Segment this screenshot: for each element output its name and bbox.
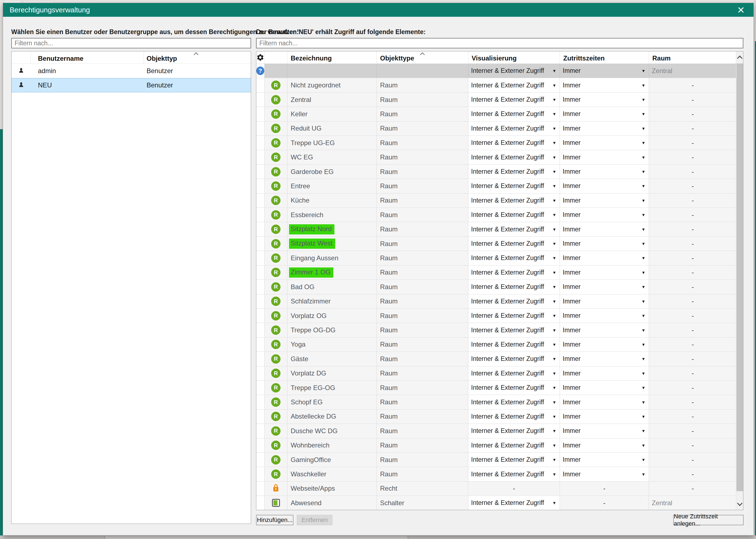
element-row[interactable]: R Essbereich Raum Interner & Externer Zu… (256, 208, 743, 222)
element-row[interactable]: R Treppe OG-DG Raum Interner & Externer … (256, 323, 743, 337)
zutrittszeiten-dropdown[interactable]: Immer▼ (560, 424, 649, 438)
zutrittszeiten-dropdown[interactable]: Immer▼ (560, 93, 649, 107)
element-row[interactable]: R Dusche WC DG Raum Interner & Externer … (256, 424, 743, 438)
element-row[interactable]: R Wohnbereich Raum Interner & Externer Z… (256, 438, 743, 453)
visualisierung-dropdown[interactable]: Interner & Externer Zugriff▼ (468, 107, 560, 121)
element-row[interactable]: R Abstellecke DG Raum Interner & Externe… (256, 410, 743, 424)
visualisierung-dropdown[interactable]: Interner & Externer Zugriff▼ (468, 338, 560, 351)
zutrittszeiten-dropdown[interactable]: Immer▼ (560, 467, 649, 481)
element-row[interactable]: R Entree Raum Interner & Externer Zugrif… (256, 179, 743, 193)
visualisierung-dropdown[interactable]: Interner & Externer Zugriff▼ (468, 136, 560, 150)
visualisierung-dropdown[interactable]: Interner & Externer Zugriff▼ (468, 309, 560, 323)
element-row[interactable]: R Gäste Raum Interner & Externer Zugriff… (256, 352, 743, 366)
element-row[interactable]: R Zimmer 1 OG Raum Interner & Externer Z… (256, 266, 743, 280)
visualisierung-dropdown[interactable]: Interner & Externer Zugriff▼ (468, 266, 560, 279)
user-row[interactable]: NEU Benutzer (12, 78, 251, 92)
element-row[interactable]: R Bad OG Raum Interner & Externer Zugrif… (256, 280, 743, 294)
zutrittszeiten-dropdown[interactable]: Immer▼ (560, 78, 649, 92)
summary-zutrittszeiten-dropdown[interactable]: Immer ▼ (560, 64, 649, 78)
visualisierung-dropdown[interactable]: Interner & Externer Zugriff▼ (468, 93, 560, 107)
zutrittszeiten-dropdown[interactable]: Immer▼ (560, 237, 649, 251)
title-bar[interactable]: Berechtigungsverwaltung × (3, 3, 754, 17)
user-row[interactable]: admin Benutzer (12, 64, 251, 78)
zutrittszeiten-dropdown[interactable]: Immer▼ (560, 338, 649, 351)
element-row[interactable]: R GamingOffice Raum Interner & Externer … (256, 453, 743, 467)
visualisierung-dropdown[interactable]: Interner & Externer Zugriff▼ (468, 179, 560, 193)
scroll-up-button[interactable] (736, 51, 743, 63)
zutrittszeiten-dropdown[interactable]: Immer▼ (560, 438, 649, 452)
visualisierung-dropdown[interactable]: Interner & Externer Zugriff▼ (468, 453, 560, 467)
vertical-scrollbar[interactable] (736, 51, 743, 510)
element-row[interactable]: R Küche Raum Interner & Externer Zugriff… (256, 193, 743, 208)
visualisierung-dropdown[interactable]: Interner & Externer Zugriff▼ (468, 496, 560, 510)
visualisierung-dropdown[interactable]: Interner & Externer Zugriff▼ (468, 438, 560, 452)
zutrittszeiten-dropdown[interactable]: Immer▼ (560, 179, 649, 193)
visualisierung-dropdown[interactable]: Interner & Externer Zugriff▼ (468, 467, 560, 481)
visualisierung-dropdown[interactable]: Interner & Externer Zugriff▼ (468, 424, 560, 438)
visualisierung-dropdown[interactable]: Interner & Externer Zugriff▼ (468, 78, 560, 92)
zutrittszeiten-dropdown[interactable]: Immer▼ (560, 193, 649, 207)
element-row[interactable]: R Keller Raum Interner & Externer Zugrif… (256, 107, 743, 121)
visualisierung-dropdown[interactable]: Interner & Externer Zugriff▼ (468, 150, 560, 164)
zutrittszeiten-dropdown[interactable]: Immer▼ (560, 107, 649, 121)
visualisierung-dropdown[interactable]: Interner & Externer Zugriff▼ (468, 381, 560, 395)
element-row[interactable]: R WC EG Raum Interner & Externer Zugriff… (256, 150, 743, 164)
element-row[interactable]: R Schlafzimmer Raum Interner & Externer … (256, 294, 743, 309)
zutrittszeiten-dropdown[interactable]: Immer▼ (560, 366, 649, 380)
zutrittszeiten-dropdown[interactable]: Immer▼ (560, 352, 649, 366)
zutrittszeiten-dropdown[interactable]: Immer▼ (560, 323, 649, 337)
visualisierung-dropdown[interactable]: Interner & Externer Zugriff▼ (468, 165, 560, 179)
visualisierung-dropdown[interactable]: Interner & Externer Zugriff▼ (468, 251, 560, 265)
visualisierung-dropdown[interactable]: Interner & Externer Zugriff▼ (468, 395, 560, 409)
visualisierung-dropdown[interactable]: Interner & Externer Zugriff▼ (468, 237, 560, 251)
visualisierung-dropdown[interactable]: Interner & Externer Zugriff▼ (468, 222, 560, 236)
zutrittszeiten-dropdown[interactable]: Immer▼ (560, 395, 649, 409)
summary-visualisierung-dropdown[interactable]: Interner & Externer Zugriff ▼ (468, 64, 560, 78)
user-filter-input[interactable] (11, 38, 251, 48)
element-row[interactable]: Webseite/Apps Recht - - - (256, 482, 743, 496)
element-row[interactable]: R Nicht zugeordnet Raum Interner & Exter… (256, 78, 743, 92)
column-header-visualisierung[interactable]: Visualisierung (468, 51, 560, 63)
column-header-raum[interactable]: Raum (649, 51, 736, 63)
zutrittszeiten-dropdown[interactable]: Immer▼ (560, 309, 649, 323)
zutrittszeiten-dropdown[interactable]: Immer▼ (560, 410, 649, 424)
visualisierung-dropdown[interactable]: Interner & Externer Zugriff▼ (468, 193, 560, 207)
summary-row[interactable]: ? Interner & Externer Zugriff ▼ Immer ▼ … (256, 64, 743, 78)
element-row[interactable]: R Waschkeller Raum Interner & Externer Z… (256, 467, 743, 481)
visualisierung-dropdown[interactable]: Interner & Externer Zugriff▼ (468, 294, 560, 308)
zutrittszeiten-dropdown[interactable]: Immer▼ (560, 150, 649, 164)
zutrittszeiten-dropdown[interactable]: Immer▼ (560, 381, 649, 395)
add-button[interactable]: Hinzufügen... (256, 515, 294, 525)
zutrittszeiten-dropdown[interactable]: Immer▼ (560, 208, 649, 222)
element-filter-input[interactable] (256, 38, 743, 48)
element-row[interactable]: R Yoga Raum Interner & Externer Zugriff▼… (256, 338, 743, 352)
element-row[interactable]: R Sitzplatz West Raum Interner & Externe… (256, 237, 743, 251)
close-icon[interactable]: × (728, 3, 754, 17)
zutrittszeiten-dropdown[interactable]: Immer▼ (560, 136, 649, 150)
visualisierung-dropdown[interactable]: Interner & Externer Zugriff▼ (468, 323, 560, 337)
element-row[interactable]: Abwesend Schalter Interner & Externer Zu… (256, 496, 743, 510)
scroll-down-button[interactable] (736, 498, 743, 510)
zutrittszeiten-dropdown[interactable]: Immer▼ (560, 294, 649, 308)
zutrittszeiten-dropdown[interactable]: Immer▼ (560, 165, 649, 179)
zutrittszeiten-dropdown[interactable]: Immer▼ (560, 266, 649, 279)
visualisierung-dropdown[interactable]: Interner & Externer Zugriff▼ (468, 410, 560, 424)
column-header-benutzername[interactable]: Benutzername (31, 51, 144, 63)
zutrittszeiten-dropdown[interactable]: Immer▼ (560, 222, 649, 236)
zutrittszeiten-dropdown[interactable]: Immer▼ (560, 453, 649, 467)
visualisierung-dropdown[interactable]: Interner & Externer Zugriff▼ (468, 208, 560, 222)
element-row[interactable]: R Vorplatz OG Raum Interner & Externer Z… (256, 309, 743, 323)
element-row[interactable]: R Reduit UG Raum Interner & Externer Zug… (256, 121, 743, 136)
help-button[interactable]: ? (256, 64, 265, 78)
new-access-time-button[interactable]: Neue Zutrittszeit anlegen... (673, 515, 744, 525)
visualisierung-dropdown[interactable]: Interner & Externer Zugriff▼ (468, 366, 560, 380)
element-row[interactable]: R Treppe UG-EG Raum Interner & Externer … (256, 136, 743, 150)
column-header-bezeichnung[interactable]: Bezeichnung (288, 51, 377, 63)
element-row[interactable]: R Garderobe EG Raum Interner & Externer … (256, 165, 743, 179)
scrollbar-thumb[interactable] (736, 63, 743, 491)
element-row[interactable]: R Sitzplatz Nord Raum Interner & Externe… (256, 222, 743, 236)
column-header-zutrittszeiten[interactable]: Zutrittszeiten (560, 51, 649, 63)
element-row[interactable]: R Eingang Aussen Raum Interner & Externe… (256, 251, 743, 265)
column-settings-button[interactable] (256, 51, 265, 63)
element-row[interactable]: R Treppe EG-OG Raum Interner & Externer … (256, 381, 743, 395)
